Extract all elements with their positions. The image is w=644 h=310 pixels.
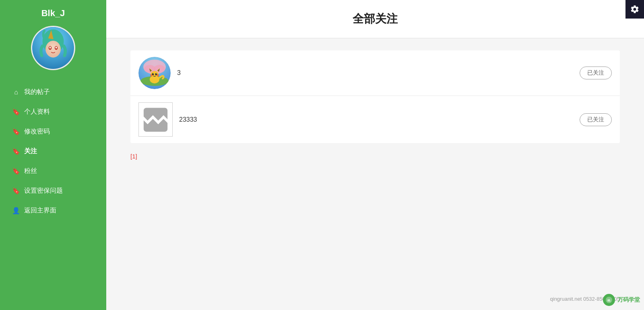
page-title-bar: 全部关注: [106, 0, 644, 38]
pikachu-avatar-svg: [138, 57, 171, 89]
svg-point-2: [45, 41, 61, 58]
svg-point-24: [157, 74, 159, 77]
follow-button-2[interactable]: 已关注: [580, 113, 612, 126]
svg-point-21: [153, 74, 154, 75]
sidebar-item-back-home[interactable]: 👤 返回主界面: [0, 201, 106, 221]
footer: qingruanit.net 0532-85025005: [106, 288, 644, 310]
svg-point-5: [50, 47, 51, 49]
content-area: 3 已关注 23333 已关注 [1]: [106, 38, 644, 288]
follow-avatar-1: [138, 57, 171, 89]
sidebar-item-follow[interactable]: 🔖 关注: [0, 141, 106, 161]
watermark-text: 万码学堂: [617, 296, 640, 304]
bookmark-icon-1: 🔖: [12, 108, 20, 116]
follow-button-1[interactable]: 已关注: [580, 67, 612, 79]
follow-avatar-2: [138, 102, 173, 137]
sidebar-item-label: 个人资料: [24, 108, 50, 116]
sidebar-item-label: 修改密码: [24, 127, 50, 136]
bookmark-icon-5: 🔖: [12, 187, 20, 195]
bookmark-icon-3: 🔖: [12, 148, 20, 156]
follow-name-2: 23333: [179, 116, 580, 123]
sidebar-avatar: [31, 26, 75, 70]
bookmark-icon-2: 🔖: [12, 128, 20, 136]
follow-list: 3 已关注 23333 已关注: [130, 50, 620, 143]
svg-point-22: [156, 74, 157, 75]
follow-item-2: 23333 已关注: [130, 96, 620, 143]
sidebar-item-label: 返回主界面: [24, 206, 56, 215]
sidebar-nav: ⌂ 我的帖子 🔖 个人资料 🔖 修改密码 🔖 关注 🔖 粉丝 🔖 设置密保问题: [0, 82, 106, 221]
page-title: 全部关注: [106, 11, 644, 27]
sidebar-item-my-posts[interactable]: ⌂ 我的帖子: [0, 82, 106, 102]
sidebar-item-change-password[interactable]: 🔖 修改密码: [0, 122, 106, 141]
main-content: 全部关注: [106, 0, 644, 310]
svg-point-23: [150, 74, 153, 77]
sidebar-item-fans[interactable]: 🔖 粉丝: [0, 161, 106, 181]
sidebar-item-label: 粉丝: [24, 167, 37, 175]
gear-icon: [630, 4, 640, 14]
sidebar-item-label: 设置密保问题: [24, 187, 63, 195]
follow-item: 3 已关注: [130, 50, 620, 96]
avatar-image: [32, 26, 74, 70]
bookmark-icon-4: 🔖: [12, 167, 20, 175]
svg-text:码: 码: [607, 299, 610, 302]
watermark: 码 万码学堂: [603, 294, 640, 306]
follow-name-1: 3: [177, 69, 580, 77]
svg-point-6: [56, 47, 57, 49]
avatar-svg: [32, 26, 74, 70]
pagination: [1]: [130, 153, 620, 160]
settings-button[interactable]: [625, 0, 644, 19]
pagination-item[interactable]: [1]: [130, 153, 137, 160]
broken-image-icon: [140, 104, 171, 136]
sidebar-item-label: 我的帖子: [24, 88, 50, 96]
wanma-logo-icon: 码: [605, 296, 613, 304]
sidebar-item-security-question[interactable]: 🔖 设置密保问题: [0, 181, 106, 201]
sidebar-username: Blk_J: [41, 8, 65, 19]
home-icon: ⌂: [12, 88, 20, 96]
sidebar-item-label: 关注: [24, 147, 37, 156]
watermark-icon: 码: [603, 294, 615, 306]
sidebar: Blk_J: [0, 0, 106, 310]
person-icon: 👤: [12, 207, 20, 215]
sidebar-item-profile[interactable]: 🔖 个人资料: [0, 102, 106, 122]
